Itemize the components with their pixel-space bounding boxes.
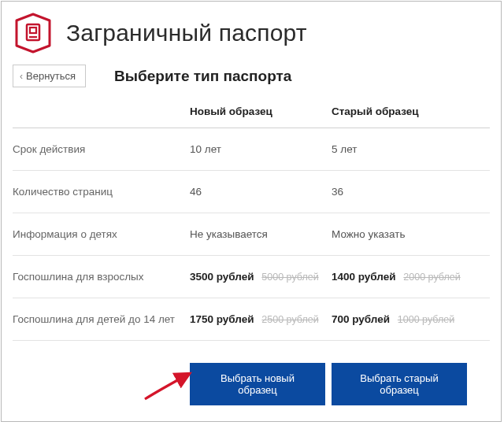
price-old: 700 рублей xyxy=(332,313,390,325)
price-old-strike: 2000 рублей xyxy=(403,272,460,283)
cell-old: 36 xyxy=(332,186,473,198)
back-button-label: Вернуться xyxy=(26,70,76,82)
chevron-left-icon: ‹ xyxy=(20,71,23,82)
price-old-strike: 1000 рублей xyxy=(398,314,454,325)
action-cell-old: Выбрать старый образец xyxy=(332,363,473,405)
sub-header-row: ‹ Вернуться Выберите тип паспорта xyxy=(13,65,490,87)
choose-old-button[interactable]: Выбрать старый образец xyxy=(332,363,467,405)
passport-icon xyxy=(13,13,54,54)
cell-new: 3500 рублей 5000 рублей xyxy=(190,271,332,283)
row-label: Количество страниц xyxy=(13,186,190,198)
back-button[interactable]: ‹ Вернуться xyxy=(13,65,86,87)
table-row: Госпошлина для детей до 14 лет 1750 рубл… xyxy=(13,298,490,341)
cell-new: 1750 рублей 2500 рублей xyxy=(190,313,332,325)
row-label: Срок действия xyxy=(13,143,190,155)
row-label: Информация о детях xyxy=(13,228,190,240)
passport-type-panel: Заграничный паспорт ‹ Вернуться Выберите… xyxy=(1,1,502,422)
cell-new: Не указывается xyxy=(190,228,332,240)
svg-rect-1 xyxy=(30,28,36,33)
column-header-old: Старый образец xyxy=(332,105,473,117)
table-row: Информация о детях Не указывается Можно … xyxy=(13,213,490,256)
cell-old: Можно указать xyxy=(332,228,473,240)
cell-old: 700 рублей 1000 рублей xyxy=(332,313,473,325)
choose-new-button[interactable]: Выбрать новый образец xyxy=(190,363,325,405)
price-new-strike: 5000 рублей xyxy=(261,272,318,283)
table-header-row: . Новый образец Старый образец xyxy=(13,95,490,128)
action-row: Выбрать новый образец Выбрать старый обр… xyxy=(13,363,490,405)
price-new: 3500 рублей xyxy=(190,271,254,283)
cell-old: 5 лет xyxy=(332,143,473,155)
page-title: Заграничный паспорт xyxy=(66,20,307,46)
row-label: Госпошлина для детей до 14 лет xyxy=(13,313,190,325)
comparison-table: . Новый образец Старый образец Срок дейс… xyxy=(13,95,490,341)
table-row: Количество страниц 46 36 xyxy=(13,171,490,213)
header: Заграничный паспорт xyxy=(13,13,490,54)
table-row: Срок действия 10 лет 5 лет xyxy=(13,128,490,171)
subtitle: Выберите тип паспорта xyxy=(114,68,291,85)
price-new-strike: 2500 рублей xyxy=(261,314,318,325)
table-row: Госпошлина для взрослых 3500 рублей 5000… xyxy=(13,256,490,298)
action-spacer xyxy=(13,363,190,405)
price-new: 1750 рублей xyxy=(190,313,254,325)
row-label: Госпошлина для взрослых xyxy=(13,271,190,283)
cell-new: 10 лет xyxy=(190,143,332,155)
column-header-new: Новый образец xyxy=(190,105,332,117)
action-cell-new: Выбрать новый образец xyxy=(190,363,332,405)
cell-new: 46 xyxy=(190,186,332,198)
price-old: 1400 рублей xyxy=(332,271,396,283)
cell-old: 1400 рублей 2000 рублей xyxy=(332,271,473,283)
